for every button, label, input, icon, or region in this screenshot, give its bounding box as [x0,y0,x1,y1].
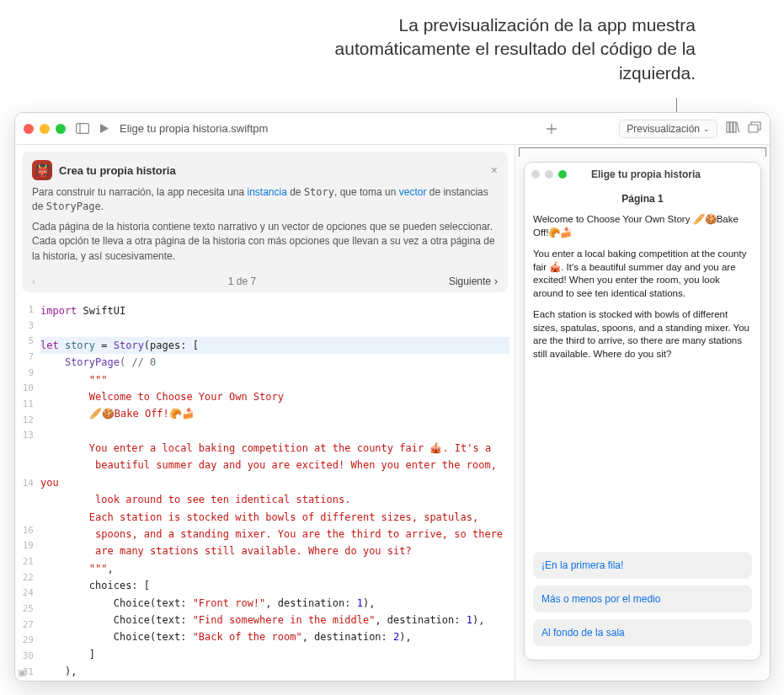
window-traffic-lights [24,124,66,134]
preview-paragraph: Welcome to Choose Your Own Story 🥖🍪Bake … [533,213,752,239]
preview-dropdown-label: Previsualización [627,123,700,135]
instruction-text: . [101,200,104,212]
code-token-story: Story [304,186,334,198]
callout-bracket [519,147,766,158]
sidebar-toggle-icon[interactable] [76,123,89,134]
run-play-icon[interactable] [99,123,109,134]
story-app-icon: 👹 [32,160,52,180]
svg-rect-5 [730,122,733,132]
preview-page-label: Página 1 [533,193,752,205]
left-pane: 👹 Crea tu propia historia × Para constru… [15,145,515,681]
file-title: Elige tu propia historia.swiftpm [120,122,545,135]
add-plus-icon[interactable] [545,122,558,136]
code-token-storypage: StoryPage [46,200,101,212]
corner-status-icon: ▣ [18,667,26,678]
instruction-panel: 👹 Crea tu propia historia × Para constru… [22,152,508,292]
svg-rect-4 [727,122,729,132]
main-app-window: Elige tu propia historia.swiftpm Previsu… [14,112,771,682]
instruction-progress: 1 de 7 [35,275,449,287]
choice-button-3[interactable]: Al fondo de la sala [533,619,752,646]
preview-window-title: Elige tu propia historia [538,168,754,180]
close-icon[interactable]: × [491,163,498,177]
minimize-button[interactable] [40,124,50,134]
link-vector[interactable]: vector [399,186,427,198]
code-editor[interactable]: 1 3 5 7 9 10 11 12 13 14 16 19 21 22 24 … [15,299,515,681]
annotation-callout-text: La previsualización de la app muestra au… [275,13,696,85]
preview-paragraph: You enter a local baking competition at … [533,248,752,300]
library-icon[interactable] [726,121,739,136]
instruction-text: de [287,186,304,198]
link-instancia[interactable]: instancia [247,186,286,198]
choice-button-2[interactable]: Más o menos por el medio [533,585,752,612]
instruction-text: Para construir tu narración, la app nece… [32,186,247,198]
next-button-label: Siguiente [449,275,491,287]
preview-app-window: Elige tu propia historia Página 1 Welcom… [524,162,761,660]
svg-rect-6 [733,122,736,132]
instruction-text: , que toma un [334,186,399,198]
titlebar: Elige tu propia historia.swiftpm Previsu… [15,113,770,145]
chevron-right-icon: › [494,275,498,287]
zoom-button[interactable] [56,124,66,134]
preview-mode-dropdown[interactable]: Previsualización ⌄ [619,120,717,138]
preview-titlebar: Elige tu propia historia [525,163,760,186]
code-gutter: 1 3 5 7 9 10 11 12 13 14 16 19 21 22 24 … [15,299,39,681]
instruction-title: Crea tu propia historia [59,164,484,177]
preview-body: Página 1 Welcome to Choose Your Own Stor… [525,186,760,660]
svg-rect-0 [77,124,89,134]
instruction-paragraph-2: Cada página de la historia contiene text… [32,220,498,264]
svg-line-7 [737,122,739,132]
close-button[interactable] [24,124,34,134]
preview-story-text: Welcome to Choose Your Own Story 🥖🍪Bake … [533,213,752,369]
stack-windows-icon[interactable] [748,121,761,136]
next-button[interactable]: Siguiente › [449,275,498,287]
code-content[interactable]: import SwiftUI let story = Story(pages: … [39,299,515,681]
preview-pane: Elige tu propia historia Página 1 Welcom… [515,145,770,681]
preview-paragraph: Each station is stocked with bowls of di… [533,308,752,361]
choice-button-1[interactable]: ¡En la primera fila! [533,552,752,579]
svg-rect-8 [749,125,758,132]
chevron-down-icon: ⌄ [703,125,710,133]
instruction-body: Para construir tu narración, la app nece… [32,185,498,264]
main-split: 👹 Crea tu propia historia × Para constru… [15,145,770,681]
